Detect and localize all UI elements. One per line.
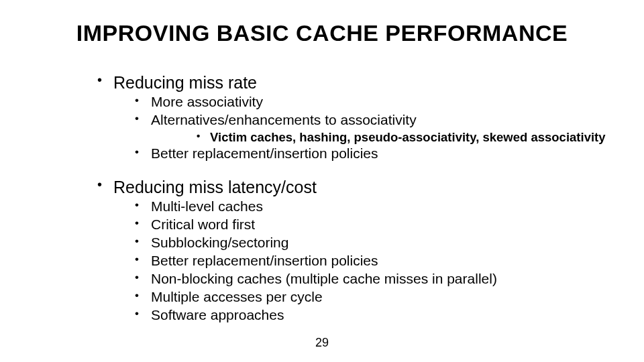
list-item-label: Subblocking/sectoring: [151, 235, 288, 250]
slide-title: IMPROVING BASIC CACHE PERFORMANCE: [0, 20, 644, 46]
list-item: Better replacement/insertion policies: [135, 252, 607, 270]
list-item: Critical word first: [135, 216, 607, 234]
page-number: 29: [0, 336, 644, 350]
list-item-label: Victim caches, hashing, pseudo-associati…: [210, 130, 606, 144]
list-item-label: Software approaches: [151, 307, 284, 322]
list-item: Multiple accesses per cycle: [135, 288, 607, 306]
list-item: More associativity: [135, 93, 607, 111]
list-item-label: Multi-level caches: [151, 198, 263, 214]
list-item-label: Reducing miss latency/cost: [113, 178, 317, 196]
slide: IMPROVING BASIC CACHE PERFORMANCE Reduci…: [0, 0, 644, 362]
list-item-label: Non-blocking caches (multiple cache miss…: [151, 271, 497, 286]
bullet-list: Reducing miss rate More associativity Al…: [97, 72, 607, 324]
list-item: Reducing miss latency/cost Multi-level c…: [97, 176, 607, 324]
list-item-label: Multiple accesses per cycle: [151, 289, 323, 304]
list-item: Victim caches, hashing, pseudo-associati…: [197, 129, 607, 145]
list-item-label: Critical word first: [151, 217, 255, 232]
list-item: Non-blocking caches (multiple cache miss…: [135, 270, 607, 288]
list-item: Software approaches: [135, 306, 607, 324]
list-item-label: Alternatives/enhancements to associativi…: [151, 112, 417, 127]
list-item-label: Better replacement/insertion policies: [151, 145, 378, 161]
list-item-label: Better replacement/insertion policies: [151, 253, 378, 268]
list-item: Reducing miss rate More associativity Al…: [97, 72, 607, 163]
list-item: Subblocking/sectoring: [135, 234, 607, 252]
list-item: Multi-level caches: [135, 198, 607, 216]
slide-body: Reducing miss rate More associativity Al…: [97, 70, 607, 324]
list-item: Better replacement/insertion policies: [135, 145, 607, 163]
list-item-label: More associativity: [151, 94, 263, 109]
list-item: Alternatives/enhancements to associativi…: [135, 111, 607, 145]
list-item-label: Reducing miss rate: [113, 73, 257, 92]
